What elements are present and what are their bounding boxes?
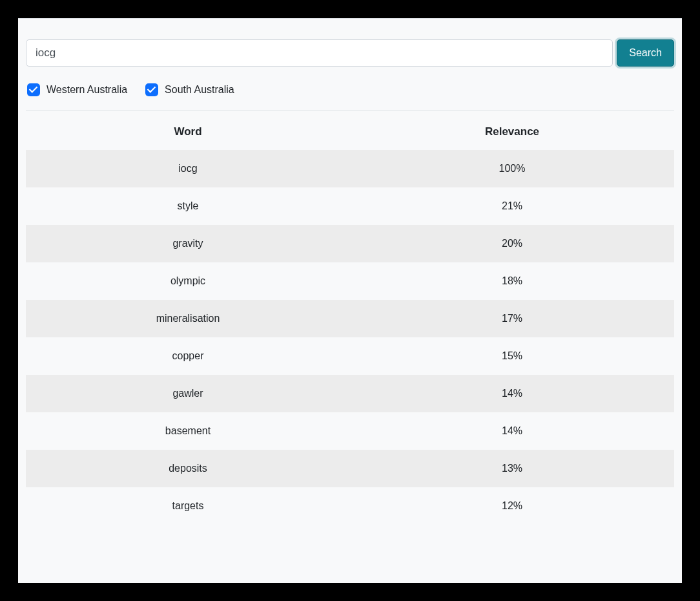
table-row: mineralisation17% [26,300,674,337]
cell-relevance: 15% [350,337,674,375]
cell-word: mineralisation [26,300,350,337]
cell-word: deposits [26,450,350,487]
cell-word: iocg [26,150,350,187]
filter-western-australia[interactable]: Western Australia [27,83,127,96]
cell-word: basement [26,412,350,450]
table-row: deposits13% [26,450,674,487]
cell-relevance: 12% [350,487,674,525]
search-button[interactable]: Search [617,39,674,67]
filter-row: Western Australia South Australia [26,81,674,111]
table-row: gawler14% [26,375,674,412]
cell-word: targets [26,487,350,525]
cell-relevance: 14% [350,375,674,412]
search-bar: Search [26,39,674,67]
table-row: gravity20% [26,225,674,262]
search-input[interactable] [26,39,613,67]
cell-word: gawler [26,375,350,412]
table-row: targets12% [26,487,674,525]
filter-label: Western Australia [46,84,127,96]
cell-word: style [26,187,350,225]
column-header-word: Word [26,114,350,150]
checkbox-checked-icon [145,83,158,96]
results-table: Word Relevance iocg100%style21%gravity20… [26,114,674,525]
column-header-relevance: Relevance [350,114,674,150]
table-row: iocg100% [26,150,674,187]
cell-word: copper [26,337,350,375]
cell-relevance: 13% [350,450,674,487]
cell-relevance: 17% [350,300,674,337]
search-panel: Search Western Australia South Australia… [18,18,682,583]
cell-relevance: 18% [350,262,674,300]
table-row: olympic18% [26,262,674,300]
filter-south-australia[interactable]: South Australia [145,83,234,96]
table-row: style21% [26,187,674,225]
cell-relevance: 21% [350,187,674,225]
cell-relevance: 14% [350,412,674,450]
checkbox-checked-icon [27,83,40,96]
cell-relevance: 100% [350,150,674,187]
cell-word: olympic [26,262,350,300]
filter-label: South Australia [165,84,234,96]
table-row: basement14% [26,412,674,450]
table-row: copper15% [26,337,674,375]
cell-word: gravity [26,225,350,262]
cell-relevance: 20% [350,225,674,262]
